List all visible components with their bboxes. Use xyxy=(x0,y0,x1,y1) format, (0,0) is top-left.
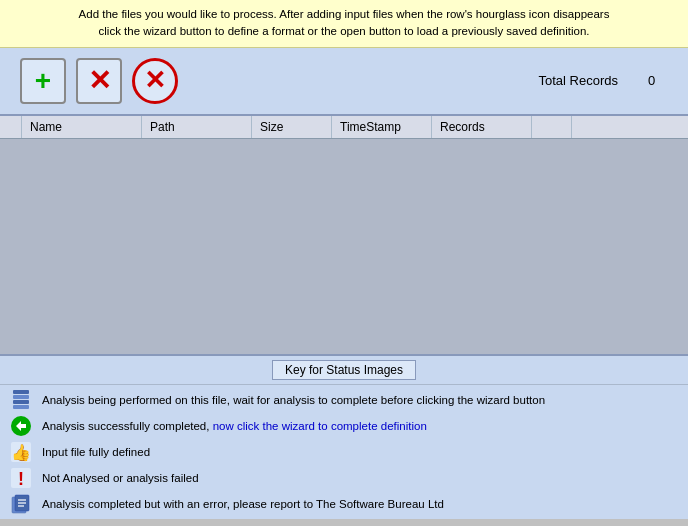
top-banner: Add the files you would like to process.… xyxy=(0,0,688,48)
svg-text:👍: 👍 xyxy=(11,443,31,462)
key-rows: Analysis being performed on this file, w… xyxy=(0,385,688,519)
svg-text:!: ! xyxy=(18,469,24,489)
key-title-bar: Key for Status Images xyxy=(0,356,688,385)
key-row-exclaim: ! Not Analysed or analysis failed xyxy=(0,465,688,491)
key-text-arrow: Analysis successfully completed, now cli… xyxy=(42,420,427,432)
banner-line1: Add the files you would like to process.… xyxy=(79,8,610,20)
total-records-label: Total Records xyxy=(539,73,618,88)
arrow-icon xyxy=(10,415,32,437)
th-extra1 xyxy=(532,116,572,138)
total-records-value: 0 xyxy=(648,73,668,88)
svg-rect-3 xyxy=(13,405,29,409)
key-text-pages: Analysis completed but with an error, pl… xyxy=(42,498,444,510)
table-header: Name Path Size TimeStamp Records xyxy=(0,116,688,139)
key-row-arrow: Analysis successfully completed, now cli… xyxy=(0,413,688,439)
th-size: Size xyxy=(252,116,332,138)
key-text-exclaim: Not Analysed or analysis failed xyxy=(42,472,199,484)
hourglass-icon xyxy=(10,389,32,411)
key-row-thumb: 👍 Input file fully defined xyxy=(0,439,688,465)
pages-icon xyxy=(10,493,32,515)
toolbar: + ✕ ✕ Total Records 0 xyxy=(0,48,688,114)
svg-rect-0 xyxy=(13,390,29,394)
th-extra2 xyxy=(572,116,612,138)
table-body[interactable] xyxy=(0,139,688,354)
exclaim-icon: ! xyxy=(10,467,32,489)
th-records: Records xyxy=(432,116,532,138)
svg-rect-1 xyxy=(13,395,29,399)
remove-button[interactable]: ✕ xyxy=(76,58,122,104)
key-row-hourglass: Analysis being performed on this file, w… xyxy=(0,387,688,413)
add-icon: + xyxy=(35,65,51,97)
remove-icon: ✕ xyxy=(88,64,111,97)
cancel-icon: ✕ xyxy=(144,65,166,96)
add-button[interactable]: + xyxy=(20,58,66,104)
cancel-button[interactable]: ✕ xyxy=(132,58,178,104)
th-name: Name xyxy=(22,116,142,138)
th-path: Path xyxy=(142,116,252,138)
key-row-pages: Analysis completed but with an error, pl… xyxy=(0,491,688,517)
table-area: Name Path Size TimeStamp Records xyxy=(0,114,688,354)
key-section: Key for Status Images Analysis being per… xyxy=(0,354,688,519)
banner-line2: click the wizard button to define a form… xyxy=(99,25,590,37)
svg-rect-2 xyxy=(13,400,29,404)
thumb-icon: 👍 xyxy=(10,441,32,463)
key-text-thumb: Input file fully defined xyxy=(42,446,150,458)
key-title: Key for Status Images xyxy=(272,360,416,380)
th-timestamp: TimeStamp xyxy=(332,116,432,138)
th-selector xyxy=(0,116,22,138)
key-text-hourglass: Analysis being performed on this file, w… xyxy=(42,394,545,406)
